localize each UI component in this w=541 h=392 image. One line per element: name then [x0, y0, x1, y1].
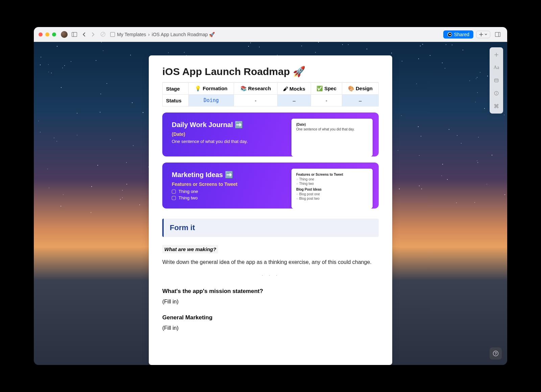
- checkbox-icon[interactable]: [172, 196, 176, 200]
- fill-in-marketing[interactable]: (Fill in): [162, 325, 379, 331]
- card-view-button[interactable]: [491, 75, 502, 86]
- card-preview: Features or Screens to TweetThing oneThi…: [291, 169, 373, 209]
- new-button[interactable]: [476, 31, 490, 38]
- marketing-ideas-card[interactable]: Marketing Ideas ➡️Features or Screens to…: [162, 163, 379, 209]
- fill-in-mission[interactable]: (Fill in): [162, 299, 379, 305]
- shortcuts-button[interactable]: ⌘: [491, 101, 502, 112]
- stage-col[interactable]: 📚 Research: [234, 83, 277, 95]
- breadcrumb-current[interactable]: iOS App Launch Roadmap 🚀: [152, 32, 215, 37]
- traffic-lights: [39, 32, 56, 36]
- checkbox-icon[interactable]: [172, 190, 176, 194]
- cancel-icon[interactable]: [98, 30, 108, 39]
- app-window: My Templates › iOS App Launch Roadmap 🚀 …: [34, 27, 507, 365]
- minimize-window-button[interactable]: [45, 32, 49, 36]
- stage-col[interactable]: ✅ Spec: [311, 83, 342, 95]
- right-toolbar: Aa ⌘: [490, 47, 503, 114]
- avatar[interactable]: [61, 31, 68, 38]
- plus-icon: [479, 32, 483, 36]
- share-icon: [447, 32, 452, 37]
- stage-table[interactable]: Stage💡 Formation📚 Research🖌 Mocks✅ Spec🎨…: [162, 82, 379, 106]
- callout-heading: Form it: [170, 223, 373, 232]
- stage-col[interactable]: 🖌 Mocks: [277, 83, 311, 95]
- breadcrumb-sep: ›: [148, 32, 150, 37]
- status-cell[interactable]: -: [311, 95, 342, 106]
- separator-dots: · · ·: [162, 272, 379, 278]
- daily-journal-card[interactable]: Daily Work Journal ➡️(Date)One sentence …: [162, 113, 379, 156]
- body-text[interactable]: Write down the general idea of the app a…: [162, 258, 379, 266]
- svg-rect-0: [72, 32, 77, 36]
- card-preview: (Date)One sentence of what you did that …: [291, 119, 373, 156]
- question-heading[interactable]: What are we making?: [162, 245, 218, 253]
- right-panel-toggle-icon[interactable]: [493, 30, 502, 39]
- svg-rect-5: [495, 32, 500, 36]
- content-area[interactable]: iOS App Launch Roadmap 🚀 Stage💡 Formatio…: [34, 42, 507, 365]
- svg-text:?: ?: [495, 351, 497, 356]
- breadcrumb: My Templates › iOS App Launch Roadmap 🚀: [110, 32, 215, 37]
- status-label: Status: [163, 95, 189, 106]
- stage-col[interactable]: 💡 Formation: [188, 83, 234, 95]
- font-button[interactable]: Aa: [491, 62, 502, 73]
- share-label: Shared: [454, 32, 469, 37]
- stage-col[interactable]: 🎨 Design: [342, 83, 378, 95]
- breadcrumb-parent[interactable]: My Templates: [117, 32, 146, 37]
- zoom-window-button[interactable]: [52, 32, 56, 36]
- stage-header[interactable]: Stage: [163, 83, 189, 95]
- form-it-callout[interactable]: Form it: [162, 219, 379, 237]
- add-block-button[interactable]: [491, 49, 502, 60]
- status-cell[interactable]: –: [342, 95, 378, 106]
- document-page: iOS App Launch Roadmap 🚀 Stage💡 Formatio…: [149, 55, 392, 365]
- back-icon[interactable]: [79, 30, 89, 39]
- page-title[interactable]: iOS App Launch Roadmap 🚀: [162, 66, 379, 77]
- section-heading-mission[interactable]: What's the app's mission statement?: [162, 288, 379, 295]
- section-heading-marketing[interactable]: General Marketing: [162, 314, 379, 321]
- svg-rect-7: [495, 79, 498, 82]
- titlebar: My Templates › iOS App Launch Roadmap 🚀 …: [34, 27, 507, 42]
- close-window-button[interactable]: [39, 32, 43, 36]
- status-cell[interactable]: Doing: [188, 95, 234, 106]
- forward-icon[interactable]: [89, 30, 98, 39]
- doc-icon: [110, 32, 115, 37]
- svg-point-10: [496, 92, 497, 93]
- status-cell[interactable]: –: [277, 95, 311, 106]
- chevron-down-icon: [485, 33, 487, 36]
- sidebar-toggle-icon[interactable]: [70, 30, 79, 39]
- svg-line-3: [101, 33, 104, 36]
- share-button[interactable]: Shared: [443, 30, 473, 39]
- help-button[interactable]: ?: [490, 347, 502, 360]
- info-button[interactable]: [491, 88, 502, 99]
- status-cell[interactable]: -: [234, 95, 277, 106]
